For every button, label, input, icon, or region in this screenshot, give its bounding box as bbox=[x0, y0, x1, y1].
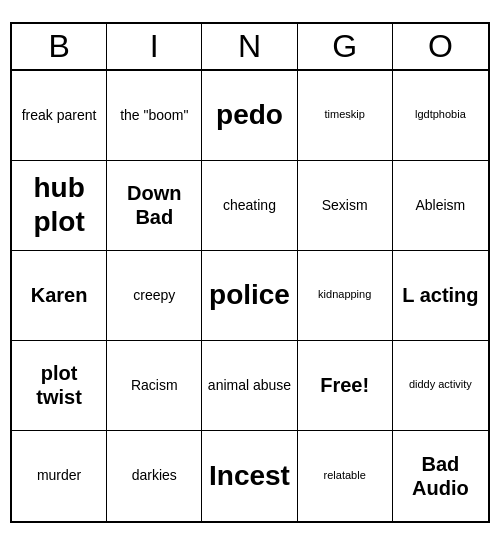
header-letter-G: G bbox=[298, 24, 393, 69]
bingo-card: BINGO freak parentthe "boom"pedotimeskip… bbox=[10, 22, 490, 523]
cell-text-20: murder bbox=[37, 467, 81, 484]
bingo-cell-17: animal abuse bbox=[202, 341, 297, 431]
cell-text-12: police bbox=[209, 278, 290, 312]
cell-text-8: Sexism bbox=[322, 197, 368, 214]
cell-text-9: Ableism bbox=[415, 197, 465, 214]
bingo-cell-21: darkies bbox=[107, 431, 202, 521]
bingo-cell-12: police bbox=[202, 251, 297, 341]
cell-text-18: Free! bbox=[320, 373, 369, 397]
cell-text-19: diddy activity bbox=[409, 378, 472, 391]
bingo-cell-1: the "boom" bbox=[107, 71, 202, 161]
bingo-grid: freak parentthe "boom"pedotimeskiplgdtph… bbox=[12, 71, 488, 521]
bingo-cell-20: murder bbox=[12, 431, 107, 521]
cell-text-13: kidnapping bbox=[318, 288, 371, 301]
cell-text-7: cheating bbox=[223, 197, 276, 214]
header-letter-B: B bbox=[12, 24, 107, 69]
bingo-cell-8: Sexism bbox=[298, 161, 393, 251]
bingo-cell-3: timeskip bbox=[298, 71, 393, 161]
cell-text-17: animal abuse bbox=[208, 377, 291, 394]
bingo-header: BINGO bbox=[12, 24, 488, 71]
bingo-cell-10: Karen bbox=[12, 251, 107, 341]
cell-text-0: freak parent bbox=[22, 107, 97, 124]
bingo-cell-15: plot twist bbox=[12, 341, 107, 431]
cell-text-24: Bad Audio bbox=[397, 452, 484, 500]
header-letter-O: O bbox=[393, 24, 488, 69]
cell-text-11: creepy bbox=[133, 287, 175, 304]
bingo-cell-14: L acting bbox=[393, 251, 488, 341]
bingo-cell-9: Ableism bbox=[393, 161, 488, 251]
cell-text-3: timeskip bbox=[325, 108, 365, 121]
bingo-cell-23: relatable bbox=[298, 431, 393, 521]
cell-text-1: the "boom" bbox=[120, 107, 188, 124]
cell-text-15: plot twist bbox=[16, 361, 102, 409]
bingo-cell-24: Bad Audio bbox=[393, 431, 488, 521]
header-letter-I: I bbox=[107, 24, 202, 69]
bingo-cell-11: creepy bbox=[107, 251, 202, 341]
cell-text-6: Down Bad bbox=[111, 181, 197, 229]
bingo-cell-0: freak parent bbox=[12, 71, 107, 161]
bingo-cell-4: lgdtphobia bbox=[393, 71, 488, 161]
cell-text-23: relatable bbox=[324, 469, 366, 482]
bingo-cell-5: hub plot bbox=[12, 161, 107, 251]
bingo-cell-2: pedo bbox=[202, 71, 297, 161]
bingo-cell-7: cheating bbox=[202, 161, 297, 251]
bingo-cell-18: Free! bbox=[298, 341, 393, 431]
bingo-cell-16: Racism bbox=[107, 341, 202, 431]
bingo-cell-22: Incest bbox=[202, 431, 297, 521]
cell-text-22: Incest bbox=[209, 459, 290, 493]
cell-text-14: L acting bbox=[402, 283, 478, 307]
cell-text-16: Racism bbox=[131, 377, 178, 394]
bingo-cell-6: Down Bad bbox=[107, 161, 202, 251]
cell-text-10: Karen bbox=[31, 283, 88, 307]
bingo-cell-13: kidnapping bbox=[298, 251, 393, 341]
bingo-cell-19: diddy activity bbox=[393, 341, 488, 431]
cell-text-21: darkies bbox=[132, 467, 177, 484]
header-letter-N: N bbox=[202, 24, 297, 69]
cell-text-5: hub plot bbox=[16, 171, 102, 238]
cell-text-4: lgdtphobia bbox=[415, 108, 466, 121]
cell-text-2: pedo bbox=[216, 98, 283, 132]
